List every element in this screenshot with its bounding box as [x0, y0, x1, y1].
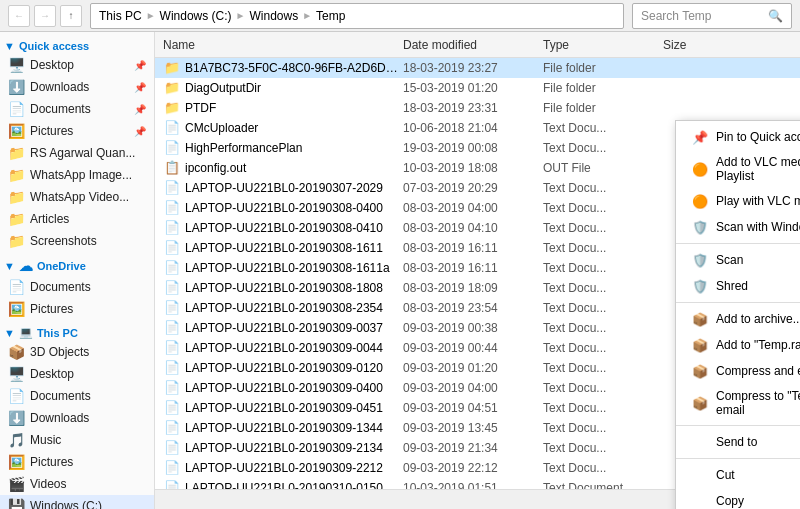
pin-icon-pic: 📌	[134, 126, 146, 137]
column-headers: Name Date modified Type Size	[155, 32, 800, 58]
file-icon: 📄	[163, 259, 181, 277]
col-header-name[interactable]: Name	[163, 38, 403, 52]
sidebar-item-music[interactable]: 🎵 Music	[0, 429, 154, 451]
search-icon: 🔍	[768, 9, 783, 23]
col-header-type[interactable]: Type	[543, 38, 663, 52]
sidebar-item-videos[interactable]: 🎬 Videos	[0, 473, 154, 495]
sidebar-label-screenshots: Screenshots	[30, 234, 97, 248]
thispc-icon: 💻	[19, 326, 33, 339]
file-type: Text Docu...	[543, 281, 663, 295]
file-type: Text Docu...	[543, 401, 663, 415]
sidebar-label-pc-documents: Documents	[30, 389, 91, 403]
file-name: LAPTOP-UU221BL0-20190308-1611	[185, 241, 403, 255]
file-name: LAPTOP-UU221BL0-20190309-1344	[185, 421, 403, 435]
table-row[interactable]: 📁 PTDF 18-03-2019 23:31 File folder	[155, 98, 800, 118]
context-menu-item[interactable]: 🛡️ Scan with Windows Defender...	[676, 214, 800, 240]
chevron-right-icon: ▼	[4, 260, 15, 272]
breadcrumb-thispc[interactable]: This PC	[99, 9, 142, 23]
col-header-date[interactable]: Date modified	[403, 38, 543, 52]
context-menu-item[interactable]: 📌 Pin to Quick access	[676, 124, 800, 150]
sidebar-item-windows-c[interactable]: 💾 Windows (C:)	[0, 495, 154, 509]
sidebar-label-music: Music	[30, 433, 61, 447]
context-menu-item[interactable]: 📦 Add to archive...	[676, 306, 800, 332]
forward-button[interactable]: →	[34, 5, 56, 27]
context-menu-separator	[676, 302, 800, 303]
ctx-item-label: Play with VLC media player	[716, 194, 800, 208]
sidebar-group-thispc[interactable]: ▼ 💻 This PC	[0, 322, 154, 341]
file-type: Text Docu...	[543, 381, 663, 395]
sidebar-item-pictures[interactable]: 🖼️ Pictures 📌	[0, 120, 154, 142]
file-name: LAPTOP-UU221BL0-20190309-2212	[185, 461, 403, 475]
sidebar-item-screenshots[interactable]: 📁 Screenshots	[0, 230, 154, 252]
context-menu-item[interactable]: Send to	[676, 429, 800, 455]
sidebar-item-pc-desktop[interactable]: 🖥️ Desktop	[0, 363, 154, 385]
sep2: ►	[236, 10, 246, 21]
sidebar-item-od-pictures[interactable]: 🖼️ Pictures	[0, 298, 154, 320]
sidebar-item-pc-documents[interactable]: 📄 Documents	[0, 385, 154, 407]
file-icon: 📄	[163, 119, 181, 137]
context-menu-item[interactable]: 📦 Compress to "Temp.rar" and email	[676, 384, 800, 422]
sidebar-item-3dobjects[interactable]: 📦 3D Objects	[0, 341, 154, 363]
folder-icon-rs: 📁	[8, 145, 24, 161]
sidebar-item-articles[interactable]: 📁 Articles	[0, 208, 154, 230]
file-date: 09-03-2019 22:12	[403, 461, 543, 475]
context-menu-item[interactable]: 🛡️ Scan	[676, 247, 800, 273]
ctx-item-icon: 🟠	[692, 161, 708, 177]
ctx-item-label: Compress to "Temp.rar" and email	[716, 389, 800, 417]
file-date: 08-03-2019 18:09	[403, 281, 543, 295]
sidebar-group-quickaccess[interactable]: ▼ Quick access	[0, 36, 154, 54]
file-icon: 📄	[163, 339, 181, 357]
onedrive-cloud-icon: ☁	[19, 258, 33, 274]
file-name: LAPTOP-UU221BL0-20190308-2354	[185, 301, 403, 315]
file-date: 08-03-2019 23:54	[403, 301, 543, 315]
context-menu-separator	[676, 458, 800, 459]
file-type: Text Docu...	[543, 321, 663, 335]
context-menu-item[interactable]: 📦 Add to "Temp.rar"	[676, 332, 800, 358]
file-date: 08-03-2019 04:00	[403, 201, 543, 215]
back-button[interactable]: ←	[8, 5, 30, 27]
quickaccess-label: Quick access	[19, 40, 89, 52]
context-menu-item[interactable]: 📦 Compress and email...	[676, 358, 800, 384]
title-bar: ← → ↑ This PC ► Windows (C:) ► Windows ►…	[0, 0, 800, 32]
sidebar-item-rsagarwal[interactable]: 📁 RS Agarwal Quan...	[0, 142, 154, 164]
sidebar-section-thispc: ▼ 💻 This PC 📦 3D Objects 🖥️ Desktop 📄 Do…	[0, 322, 154, 509]
ctx-item-icon: 📌	[692, 129, 708, 145]
search-bar[interactable]: Search Temp 🔍	[632, 3, 792, 29]
context-menu-item[interactable]: 🟠 Play with VLC media player	[676, 188, 800, 214]
file-date: 10-03-2019 18:08	[403, 161, 543, 175]
file-icon: 📄	[163, 139, 181, 157]
breadcrumb: This PC ► Windows (C:) ► Windows ► Temp	[90, 3, 624, 29]
sidebar-item-pc-pictures[interactable]: 🖼️ Pictures	[0, 451, 154, 473]
table-row[interactable]: 📁 B1A7BC73-5F0C-48C0-96FB-A2D6D9EA4... 1…	[155, 58, 800, 78]
sidebar-item-whatsapp-img[interactable]: 📁 WhatsApp Image...	[0, 164, 154, 186]
breadcrumb-windows[interactable]: Windows (C:)	[160, 9, 232, 23]
context-menu-item[interactable]: Copy	[676, 488, 800, 509]
sidebar-item-documents[interactable]: 📄 Documents 📌	[0, 98, 154, 120]
file-name: B1A7BC73-5F0C-48C0-96FB-A2D6D9EA4...	[185, 61, 403, 75]
sidebar-item-downloads[interactable]: ⬇️ Downloads 📌	[0, 76, 154, 98]
sidebar-item-pc-downloads[interactable]: ⬇️ Downloads	[0, 407, 154, 429]
sidebar-group-onedrive[interactable]: ▼ ☁ OneDrive	[0, 254, 154, 276]
file-date: 09-03-2019 04:51	[403, 401, 543, 415]
file-type: Text Docu...	[543, 241, 663, 255]
ctx-item-icon	[692, 493, 708, 509]
file-type: File folder	[543, 81, 663, 95]
table-row[interactable]: 📁 DiagOutputDir 15-03-2019 01:20 File fo…	[155, 78, 800, 98]
context-menu-item[interactable]: 🛡️ Shred	[676, 273, 800, 299]
pc-desktop-icon: 🖥️	[8, 366, 24, 382]
sidebar-item-od-documents[interactable]: 📄 Documents	[0, 276, 154, 298]
sidebar: ▼ Quick access 🖥️ Desktop 📌 ⬇️ Downloads…	[0, 32, 155, 509]
ctx-item-icon: 📦	[692, 337, 708, 353]
file-date: 10-03-2019 01:51	[403, 481, 543, 490]
file-name: PTDF	[185, 101, 403, 115]
file-type: Text Docu...	[543, 121, 663, 135]
sidebar-item-desktop[interactable]: 🖥️ Desktop 📌	[0, 54, 154, 76]
sep1: ►	[146, 10, 156, 21]
context-menu-item[interactable]: 🟠 Add to VLC media player's Playlist	[676, 150, 800, 188]
col-header-size[interactable]: Size	[663, 38, 743, 52]
up-button[interactable]: ↑	[60, 5, 82, 27]
ctx-item-label: Add to archive...	[716, 312, 800, 326]
sidebar-item-whatsapp-vid[interactable]: 📁 WhatsApp Video...	[0, 186, 154, 208]
context-menu-item[interactable]: Cut	[676, 462, 800, 488]
breadcrumb-windows2[interactable]: Windows	[250, 9, 299, 23]
